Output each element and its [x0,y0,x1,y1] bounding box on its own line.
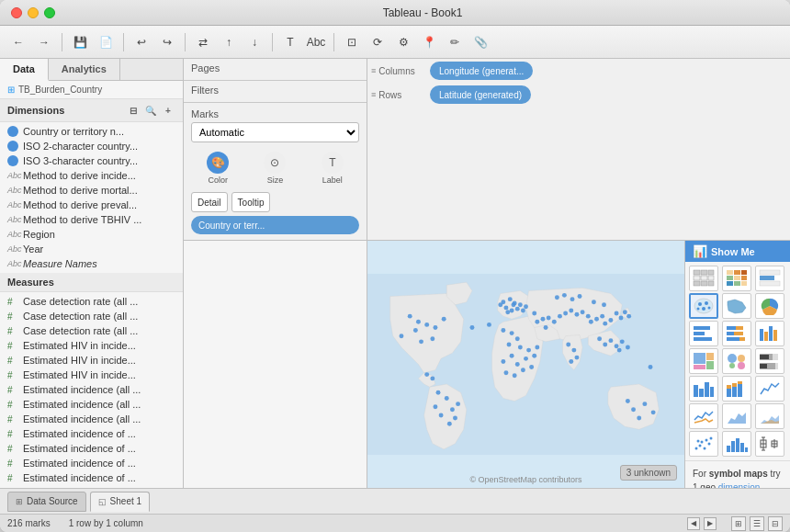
measure-case2[interactable]: # Case detection rate (all ... [0,309,183,323]
measure-hiv1[interactable]: # Estimated HIV in incide... [0,338,183,353]
show-me-line[interactable] [755,376,784,402]
next-button[interactable]: ▶ [704,517,717,530]
forward-button[interactable]: → [33,31,55,53]
country-filter-pill[interactable]: Country or terr... [191,216,359,234]
full-view-button[interactable]: ⊟ [768,516,783,531]
field-measure-names[interactable]: Abc Measure Names [0,256,183,271]
measure-incid-of2[interactable]: # Estimated incidence of ... [0,441,183,456]
svg-rect-154 [727,385,731,389]
back-button[interactable]: ← [7,31,29,53]
measure-incid-of1[interactable]: # Estimated incidence of ... [0,426,183,441]
color-button[interactable]: 🎨 Color [203,148,232,188]
measure-case3[interactable]: # Case detection rate (all ... [0,323,183,338]
annotate-button[interactable]: 📎 [469,31,491,53]
field-iso3[interactable]: ISO 3-character country... [0,153,183,168]
label-button[interactable]: T Label [318,148,347,188]
svg-point-91 [470,325,475,330]
size-button[interactable]: ⊙ Size [260,148,289,188]
tab-analytics[interactable]: Analytics [49,59,120,80]
show-me-bullet[interactable] [755,348,784,374]
field-year[interactable]: Abc Year [0,242,183,256]
redo-button[interactable]: ↪ [156,31,178,53]
save-button[interactable]: 💾 [69,31,91,53]
label-type-button[interactable]: Abc [305,31,327,53]
field-label: Estimated incidence of ... [23,472,136,483]
undo-button[interactable]: ↩ [130,31,152,53]
tab-data[interactable]: Data [0,59,49,81]
fit-button[interactable]: ⊡ [341,31,363,53]
marks-type-select[interactable]: Automatic Bar Line Area Square Circle Sh… [191,122,359,142]
swap-button[interactable]: ⇄ [192,31,214,53]
show-me-scatter[interactable] [689,431,718,457]
svg-point-48 [535,320,539,324]
show-me-box-plot[interactable] [755,431,784,457]
show-me-vert-bar[interactable] [689,376,718,402]
text-button[interactable]: T [279,31,301,53]
pin-button[interactable]: 📍 [418,31,440,53]
show-me-dual-line[interactable] [689,403,718,429]
minimize-button[interactable] [28,7,39,18]
map-canvas[interactable]: © OpenStreetMap contributors 3 unknown [367,241,684,488]
show-me-area[interactable] [722,403,751,429]
measure-incid-of4[interactable]: # Estimated incidence of ... [0,470,183,485]
svg-rect-96 [708,270,714,275]
field-method-preval[interactable]: Abc Method to derive preval... [0,198,183,212]
measure-incid1[interactable]: # Estimated incidence (all ... [0,382,183,397]
show-me-filled-map[interactable] [722,293,751,319]
grid-view-button[interactable]: ⊞ [731,516,746,531]
field-method-tbhiv[interactable]: Abc Method to derive TBHIV ... [0,212,183,227]
maximize-button[interactable] [44,7,55,18]
field-method-incide[interactable]: Abc Method to derive incide... [0,168,183,183]
measure-incid-of3[interactable]: # Estimated incidence of ... [0,456,183,470]
list-view-button[interactable]: ☰ [750,516,764,531]
filter-button[interactable]: ✏ [444,31,466,53]
settings-button[interactable]: ⚙ [392,31,414,53]
sheet1-tab[interactable]: ◱ Sheet 1 [90,492,150,512]
show-me-text-table[interactable] [689,266,718,291]
detail-button[interactable]: Detail [191,192,228,212]
measure-hiv2[interactable]: # Estimated HIV in incide... [0,353,183,368]
field-iso2[interactable]: ISO 2-character country... [0,139,183,153]
measure-incid3[interactable]: # Estimated incidence (all ... [0,412,183,426]
measures-label: Measures [7,277,54,288]
latitude-pill[interactable]: Latitude (generated) [430,85,531,104]
field-method-mortal[interactable]: Abc Method to derive mortal... [0,183,183,198]
search-icon[interactable]: 🔍 [143,103,158,118]
svg-point-116 [698,302,702,306]
new-button[interactable]: 📄 [95,31,117,53]
show-me-treemap[interactable] [689,348,718,374]
measure-case1[interactable]: # Case detection rate (all ... [0,294,183,309]
prev-button[interactable]: ◀ [687,517,700,530]
field-region[interactable]: Abc Region [0,227,183,242]
close-button[interactable] [11,7,22,18]
show-me-circle-view[interactable] [722,348,751,374]
sort-asc-button[interactable]: ↑ [218,31,240,53]
svg-point-68 [569,359,573,364]
svg-point-139 [728,354,737,363]
show-me-symbol-map[interactable] [689,293,718,319]
show-me-heat-map[interactable] [722,266,751,291]
show-me-histogram[interactable] [722,431,751,457]
show-me-stacked-vert[interactable] [722,376,751,402]
field-country[interactable]: Country or territory n... [0,124,183,139]
add-icon[interactable]: + [161,103,175,118]
sort-icon[interactable]: ⊟ [126,103,141,118]
measure-incid2[interactable]: # Estimated incidence (all ... [0,397,183,412]
show-me-side-by-side[interactable] [755,321,784,346]
show-me-highlight[interactable] [755,266,784,291]
show-me-stacked-horiz[interactable] [722,321,751,346]
longitude-pill[interactable]: Longitude (generat... [430,62,533,80]
show-me-dual-area[interactable] [755,403,784,429]
marks-buttons-row: 🎨 Color ⊙ Size T Label [191,148,359,188]
show-me-horiz-bar[interactable] [689,321,718,346]
data-source-tab[interactable]: ⊞ Data Source [7,492,86,512]
measure-hiv3[interactable]: # Estimated HIV in incide... [0,368,183,382]
svg-rect-95 [701,270,707,275]
refresh-button[interactable]: ⟳ [367,31,389,53]
columns-label: ≡ Columns [371,66,426,76]
bottom-tab-bar: ⊞ Data Source ◱ Sheet 1 [0,488,790,514]
sort-desc-button[interactable]: ↓ [243,31,265,53]
tooltip-button[interactable]: Tooltip [231,192,271,212]
data-source-item[interactable]: ⊞ TB_Burden_Country [0,81,183,99]
show-me-pie[interactable] [755,293,784,319]
